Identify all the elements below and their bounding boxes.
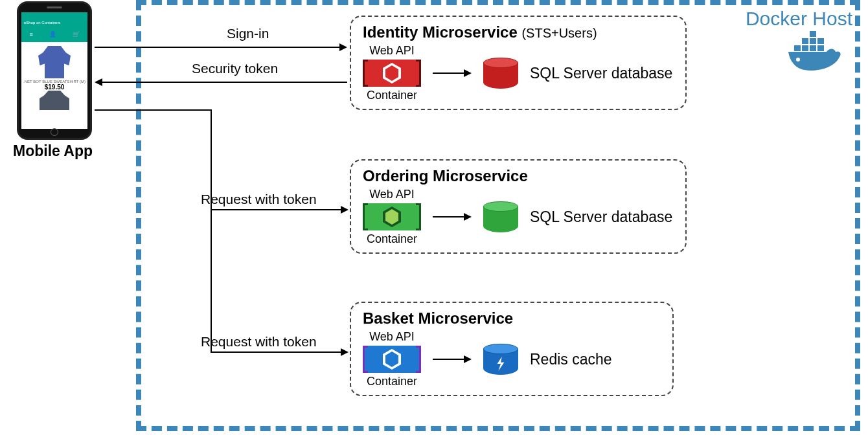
ordering-container-label: Container xyxy=(363,232,421,246)
svg-rect-4 xyxy=(802,38,808,44)
svg-marker-10 xyxy=(464,69,472,77)
svg-marker-16 xyxy=(339,43,347,51)
svg-rect-5 xyxy=(810,38,816,44)
docker-host-label: Docker Host xyxy=(746,8,852,30)
arrow-identity-db xyxy=(433,67,472,80)
ordering-container-icon xyxy=(363,203,421,230)
identity-container-label: Container xyxy=(363,89,421,102)
basket-microservice: Basket Microservice Web API Container Re… xyxy=(350,302,674,396)
basket-db-label: Redis cache xyxy=(530,351,612,368)
ordering-microservice: Ordering Microservice Web API Container … xyxy=(350,159,687,254)
ordering-db-label: SQL Server database xyxy=(530,208,672,225)
docker-icon xyxy=(786,30,845,78)
basket-redis-icon xyxy=(483,344,518,375)
svg-rect-3 xyxy=(817,45,824,51)
svg-rect-7 xyxy=(810,31,816,37)
mobile-phone: eShop on Containers ≡👤🛒 .NET BOT BLUE SW… xyxy=(17,1,92,140)
arrow-token xyxy=(95,78,347,87)
svg-marker-20 xyxy=(341,348,348,356)
identity-title: Identity Microservice xyxy=(363,23,518,41)
arrow-ordering-db xyxy=(433,210,472,223)
identity-db-icon xyxy=(483,58,518,89)
ordering-db-icon xyxy=(483,201,518,232)
app-title: eShop on Containers xyxy=(21,19,87,27)
product-image xyxy=(38,46,71,78)
arrow-basket-db xyxy=(433,353,472,366)
svg-rect-1 xyxy=(802,45,808,51)
basket-container-label: Container xyxy=(363,375,421,388)
token-label: Security token xyxy=(192,61,278,76)
mobile-app-label: Mobile App xyxy=(13,142,93,160)
svg-point-8 xyxy=(796,58,800,61)
svg-marker-18 xyxy=(95,78,102,86)
phone-screen: eShop on Containers ≡👤🛒 .NET BOT BLUE SW… xyxy=(21,12,87,129)
basket-title: Basket Microservice xyxy=(363,309,661,328)
arrow-req-ordering xyxy=(95,110,348,214)
arrow-req-basket xyxy=(210,210,348,357)
arrow-signin xyxy=(95,43,347,52)
svg-marker-12 xyxy=(464,213,472,221)
svg-marker-14 xyxy=(464,355,472,363)
signin-label: Sign-in xyxy=(227,26,269,41)
identity-container-icon xyxy=(363,60,421,87)
svg-rect-6 xyxy=(817,38,824,44)
identity-microservice: Identity Microservice (STS+Users) Web AP… xyxy=(350,16,687,110)
ordering-title: Ordering Microservice xyxy=(363,167,674,185)
basket-container-icon xyxy=(363,346,421,373)
svg-rect-0 xyxy=(794,45,801,51)
basket-api-label: Web API xyxy=(363,330,421,344)
ordering-api-label: Web API xyxy=(363,188,421,201)
svg-rect-2 xyxy=(810,45,816,51)
identity-subtitle: (STS+Users) xyxy=(521,26,597,40)
identity-db-label: SQL Server database xyxy=(530,65,672,82)
product-price: $19.50 xyxy=(21,84,87,91)
identity-api-label: Web API xyxy=(363,44,421,58)
